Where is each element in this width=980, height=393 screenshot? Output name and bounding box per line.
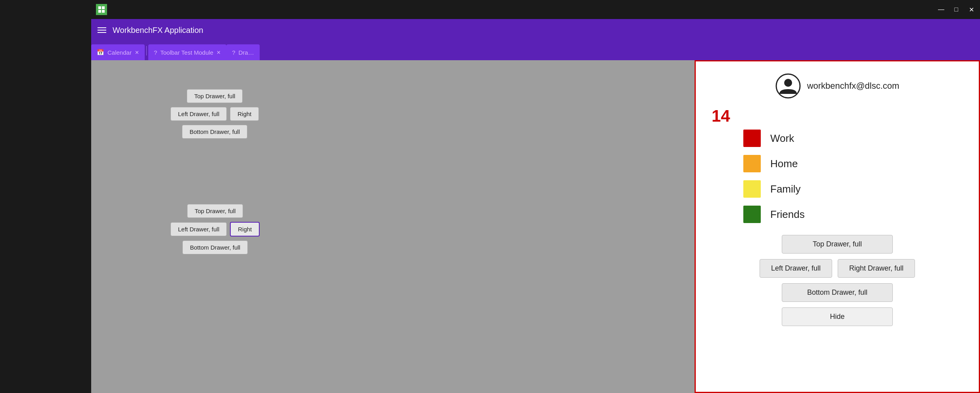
tab-bar: 📅 Calendar ✕ ? Toolbar Test Module ✕ ? D… <box>91 41 980 60</box>
action-buttons: Top Drawer, full Left Drawer, full Right… <box>712 235 963 326</box>
right-panel: workbenchfx@dlsc.com 14 Work Home Family <box>695 60 980 393</box>
bottom-drawer-btn-2[interactable]: Bottom Drawer, full <box>182 240 248 254</box>
tab-toolbar-close[interactable]: ✕ <box>216 50 221 55</box>
title-bar-controls: — □ ✕ <box>937 6 975 13</box>
user-email: workbenchfx@dlsc.com <box>807 81 900 91</box>
tab-separator <box>146 46 147 55</box>
top-drawer-btn-2[interactable]: Top Drawer, full <box>187 204 243 218</box>
legend: Work Home Family Friends <box>712 130 963 223</box>
legend-item-family: Family <box>743 180 801 198</box>
legend-label-home: Home <box>770 158 798 170</box>
main-content: Top Drawer, full Left Drawer, full Right… <box>91 60 980 393</box>
calendar-icon: 📅 <box>97 49 104 56</box>
drawer-group-1: Top Drawer, full Left Drawer, full Right… <box>170 88 259 140</box>
top-drawer-full-btn[interactable]: Top Drawer, full <box>782 235 893 254</box>
svg-point-5 <box>784 79 792 87</box>
tab-drawer-label: Dra… <box>239 49 254 56</box>
action-row-bottom: Bottom Drawer, full <box>712 283 963 302</box>
legend-item-home: Home <box>743 155 798 172</box>
title-bar-left <box>96 4 107 15</box>
tab-calendar-label: Calendar <box>107 49 132 56</box>
app-title: WorkbenchFX Application <box>113 26 203 35</box>
right-drawer-btn-1[interactable]: Right <box>230 107 259 121</box>
hamburger-menu[interactable] <box>98 27 106 33</box>
left-drawer-full-btn[interactable]: Left Drawer, full <box>760 259 832 278</box>
drawer-icon: ? <box>232 49 235 56</box>
drawer-row-1: Left Drawer, full Right <box>170 106 259 122</box>
svg-rect-1 <box>102 6 105 9</box>
top-drawer-btn-1[interactable]: Top Drawer, full <box>187 89 243 103</box>
bottom-drawer-full-btn[interactable]: Bottom Drawer, full <box>782 283 893 302</box>
toolbar-test-icon: ? <box>154 49 157 56</box>
drawer-group-2: Top Drawer, full Left Drawer, full Right… <box>170 203 260 256</box>
badge-count: 14 <box>712 107 730 126</box>
legend-label-family: Family <box>770 183 801 195</box>
svg-rect-0 <box>98 6 101 9</box>
tab-calendar-close[interactable]: ✕ <box>135 50 139 55</box>
legend-color-family <box>743 180 761 198</box>
right-drawer-full-btn[interactable]: Right Drawer, full <box>838 259 915 278</box>
svg-rect-3 <box>102 10 105 13</box>
left-drawer-btn-2[interactable]: Left Drawer, full <box>170 222 227 236</box>
app-header: WorkbenchFX Application <box>91 19 980 41</box>
maximize-button[interactable]: □ <box>952 6 960 13</box>
right-drawer-btn-2[interactable]: Right <box>230 222 260 237</box>
tab-toolbar-label: Toolbar Test Module <box>160 49 213 56</box>
close-button[interactable]: ✕ <box>967 6 975 13</box>
legend-item-friends: Friends <box>743 206 805 223</box>
minimize-button[interactable]: — <box>937 6 945 13</box>
action-row-middle: Left Drawer, full Right Drawer, full <box>712 259 963 278</box>
app-window: — □ ✕ WorkbenchFX Application 📅 Calendar… <box>91 0 980 393</box>
left-drawer-btn-1[interactable]: Left Drawer, full <box>170 107 227 121</box>
app-icon <box>96 4 107 15</box>
legend-color-home <box>743 155 761 172</box>
tab-drawer[interactable]: ? Dra… <box>226 44 260 60</box>
avatar-icon <box>775 73 801 99</box>
legend-color-friends <box>743 206 761 223</box>
svg-rect-2 <box>98 10 101 13</box>
action-row-top: Top Drawer, full <box>712 235 963 254</box>
title-bar: — □ ✕ <box>91 0 980 19</box>
legend-label-work: Work <box>770 132 794 145</box>
legend-color-work <box>743 130 761 147</box>
bottom-drawer-btn-1[interactable]: Bottom Drawer, full <box>182 125 247 139</box>
legend-label-friends: Friends <box>770 208 805 221</box>
hide-btn[interactable]: Hide <box>782 307 893 326</box>
tab-toolbar-test[interactable]: ? Toolbar Test Module ✕ <box>148 44 226 60</box>
legend-item-work: Work <box>743 130 794 147</box>
tab-calendar[interactable]: 📅 Calendar ✕ <box>91 44 145 60</box>
profile-section: workbenchfx@dlsc.com <box>775 73 900 99</box>
action-row-hide: Hide <box>712 307 963 326</box>
drawer-row-2: Left Drawer, full Right <box>170 221 260 238</box>
